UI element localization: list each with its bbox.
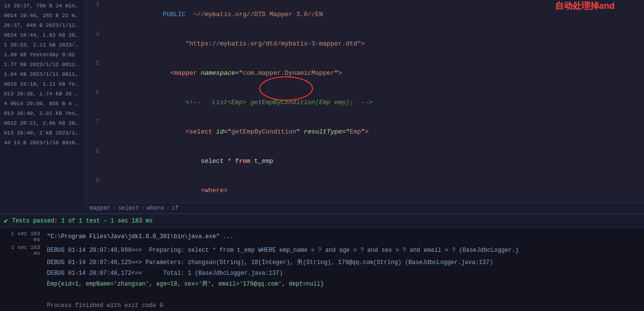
console-row: 1 sec 183 ms DEBUG 01-14 20:07:48,098==>… xyxy=(0,244,644,257)
console-debug-3: DEBUG 01-14 20:07:48,172<== Total: 1 (Ba… xyxy=(43,268,287,279)
sidebar-item[interactable]: 1.84 kB 2023/1/11 0011 11:55 xyxy=(0,69,85,79)
line-number: 5 xyxy=(86,59,103,68)
breadcrumb-where: where xyxy=(147,205,164,212)
line-content: select * from t_emp xyxy=(115,147,644,176)
line-content: <!-- List<Emp> getEmpByCondition(Emp emp… xyxy=(115,88,644,117)
console-java-cmd: "C:\Program Files\Java\jdk1.8.0_301\bin\… xyxy=(43,231,238,242)
sidebar-item[interactable]: 0014 19:44, 1.83 kB 2023/1/12 001 xyxy=(0,30,85,40)
sidebar-item[interactable]: 1 20:53, 2.11 kB 2023/1/12 0012 xyxy=(0,40,85,50)
bottom-content: 1 sec 183 ms "C:\Program Files\Java\jdk1… xyxy=(0,228,644,311)
console-debug-2: DEBUG 01-14 20:07:48,125==> Parameters: … xyxy=(43,257,497,268)
console-empty xyxy=(43,289,54,300)
sidebar-item[interactable]: 1.77 kB 2023/1/12 0012 22:57 xyxy=(0,60,85,69)
sidebar-item[interactable]: 013 20:40, 2 kB 2023/1/11 0011 11 xyxy=(0,128,85,138)
sidebar-item[interactable]: 1.09 kB Yesterday 0:02 xyxy=(0,50,85,60)
sidebar-item[interactable]: 20:37, 846 B 2023/1/12 0012 2 xyxy=(0,21,85,30)
breadcrumb-select: select xyxy=(118,205,139,212)
line-content: <where> xyxy=(115,176,644,203)
breadcrumb-sep: › xyxy=(141,205,145,212)
console-result: Emp{eid=1, empName='zhangsan', age=18, s… xyxy=(43,279,328,289)
code-line-4: 4 "https://mybatis.org/dtd/mybatis-3-map… xyxy=(86,29,644,59)
time-label-empty xyxy=(0,262,43,264)
line-content: <select id="getEmpByCondition" resultTyp… xyxy=(115,117,644,147)
code-area: 3 PUBLIC ~//mybatis.org//DTD Mapper 3.0/… xyxy=(86,0,644,203)
time-label: 1 sec 183 ms xyxy=(0,230,43,244)
test-status: Tests passed: 1 of 1 test – 1 sec 183 ms xyxy=(12,218,153,224)
time-label-empty xyxy=(0,305,43,307)
breadcrumb-sep: › xyxy=(112,205,116,212)
time-label: 1 sec 183 ms xyxy=(0,244,43,257)
sidebar-item[interactable]: 0010 16:19, 1.11 kB Yesterday 0:0 xyxy=(0,79,85,89)
console-row: 1 sec 183 ms "C:\Program Files\Java\jdk1… xyxy=(0,230,644,244)
sidebar-item[interactable]: 013 20:40, 2.81 kB Yesterday 0:53 xyxy=(0,109,85,118)
time-label-empty xyxy=(0,294,43,296)
code-editor[interactable]: 3 PUBLIC ~//mybatis.org//DTD Mapper 3.0/… xyxy=(86,0,644,213)
line-number: 4 xyxy=(86,29,103,39)
sidebar-item[interactable]: 44 13 B 2023/1/10 0010 16:14 xyxy=(0,138,85,148)
console-row: DEBUG 01-14 20:07:48,125==> Parameters: … xyxy=(0,257,644,268)
line-number: 9 xyxy=(86,176,103,186)
sidebar-item[interactable]: 4 0014 20:06, 856 B A minute ago xyxy=(0,99,85,109)
breadcrumb-if: if xyxy=(172,205,178,212)
bottom-tabs: ✔ Tests passed: 1 of 1 test – 1 sec 183 … xyxy=(0,214,644,228)
line-number: 8 xyxy=(86,147,103,156)
console-process: Process finished with exit code 0 xyxy=(43,300,167,311)
main-area: 13 20:37, 780 B 24 minutes ago 0014 19:4… xyxy=(0,0,644,213)
code-line-5: 5 <mapper namespace="com.mapper.DynamicM… xyxy=(86,59,644,88)
breadcrumb-bar: mapper › select › where › if xyxy=(86,203,644,213)
annotation-label: 自动处理掉and xyxy=(555,0,615,12)
console-row xyxy=(0,289,644,300)
line-content: "https://mybatis.org/dtd/mybatis-3-mappe… xyxy=(115,29,644,59)
console-row: DEBUG 01-14 20:07:48,172<== Total: 1 (Ba… xyxy=(0,268,644,279)
file-sidebar[interactable]: 13 20:37, 780 B 24 minutes ago 0014 19:4… xyxy=(0,0,86,213)
sidebar-item[interactable]: 0012 20:21, 2.06 kB 2023/1/12 001 xyxy=(0,118,85,128)
code-line-8: 8 select * from t_emp xyxy=(86,147,644,176)
bottom-panel: ✔ Tests passed: 1 of 1 test – 1 sec 183 … xyxy=(0,213,644,311)
code-line-6: 6 <!-- List<Emp> getEmpByCondition(Emp e… xyxy=(86,88,644,117)
sidebar-item[interactable]: 13 20:37, 780 B 24 minutes ago xyxy=(0,1,85,11)
time-label-empty xyxy=(0,283,43,285)
console-row: Process finished with exit code 0 xyxy=(0,300,644,311)
line-number: 7 xyxy=(86,117,103,127)
line-number: 6 xyxy=(86,88,103,98)
breadcrumb-sep: › xyxy=(166,205,170,212)
console-row: Emp{eid=1, empName='zhangsan', age=18, s… xyxy=(0,279,644,289)
line-number: 3 xyxy=(86,0,103,10)
sidebar-item[interactable]: 0014 19:46, 285 B 21 minutes a xyxy=(0,11,85,21)
run-icon: ✔ xyxy=(4,217,8,225)
code-lines: 3 PUBLIC ~//mybatis.org//DTD Mapper 3.0/… xyxy=(86,0,644,203)
sidebar-item[interactable]: 013 20:38, 1.74 kB 26 minutes ago xyxy=(0,89,85,99)
breadcrumb-mapper: mapper xyxy=(89,205,111,212)
code-line-9: 9 <where> xyxy=(86,176,644,203)
line-content: <mapper namespace="com.mapper.DynamicMap… xyxy=(115,59,644,88)
code-line-7: 7 <select id="getEmpByCondition" resultT… xyxy=(86,117,644,147)
time-label-empty xyxy=(0,272,43,274)
console-debug-1: DEBUG 01-14 20:07:48,098==> Preparing: s… xyxy=(43,245,523,256)
